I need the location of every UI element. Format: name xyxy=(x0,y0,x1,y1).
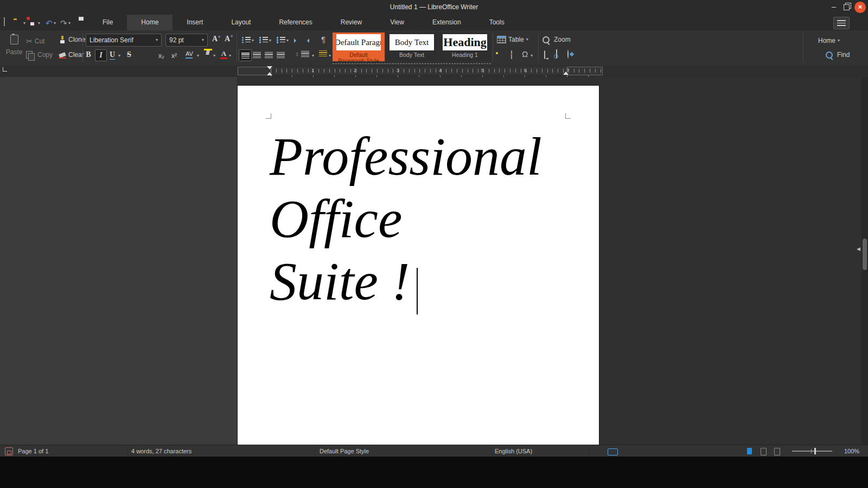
style-heading-1[interactable]: Heading Heading 1 xyxy=(439,33,491,61)
ruler-left-margin xyxy=(238,67,271,75)
book-view-icon[interactable] xyxy=(774,448,780,455)
minimize-button[interactable]: – xyxy=(829,2,839,12)
grow-font-button[interactable]: A▲ xyxy=(212,35,221,43)
bold-button[interactable]: B xyxy=(83,49,94,60)
document-text[interactable]: Professional Office Suite ! xyxy=(270,125,542,312)
font-size-combobox[interactable]: 92 pt ▾ xyxy=(165,34,208,47)
word-count[interactable]: 4 words, 27 characters xyxy=(131,448,192,454)
status-bar: Page 1 of 1 4 words, 27 characters Defau… xyxy=(0,445,868,457)
unsaved-changes-icon[interactable] xyxy=(5,447,13,455)
document-page[interactable]: Professional Office Suite ! xyxy=(237,85,599,445)
print-preview-icon[interactable] xyxy=(556,50,557,57)
close-button[interactable]: × xyxy=(854,2,866,13)
underline-dropdown-icon[interactable]: ▾ xyxy=(118,54,120,58)
highlight-dropdown-icon[interactable]: ▾ xyxy=(213,54,215,58)
copy-icon xyxy=(26,51,33,59)
zoom-slider-track[interactable] xyxy=(792,451,832,452)
paragraph-spacing-dropdown-icon[interactable]: ▾ xyxy=(329,54,331,58)
selection-mode-icon[interactable] xyxy=(608,448,618,455)
underline-button[interactable]: U xyxy=(107,49,118,60)
tab-references[interactable]: References xyxy=(265,15,326,30)
line-spacing-dropdown-icon[interactable]: ▾ xyxy=(312,54,314,58)
zoom-percentage[interactable]: 100% xyxy=(844,448,859,454)
line-spacing-button[interactable]: ↕ xyxy=(296,50,309,57)
tab-home[interactable]: Home xyxy=(127,15,173,30)
ruler-ticks xyxy=(271,69,602,73)
paste-label: Paste xyxy=(4,48,24,56)
undo-icon[interactable]: ↶ xyxy=(46,19,53,27)
document-line-2[interactable]: Office xyxy=(270,188,542,250)
italic-button[interactable]: I xyxy=(95,49,107,61)
numbered-list-dropdown-icon[interactable]: ▾ xyxy=(269,38,271,43)
font-color-button[interactable]: A xyxy=(220,50,227,59)
multi-page-view-icon[interactable] xyxy=(761,448,767,455)
insert-comment-icon[interactable] xyxy=(544,51,545,59)
outline-list-dropdown-icon[interactable]: ▾ xyxy=(286,38,289,43)
clone-formatting-button[interactable]: Clone xyxy=(59,36,85,43)
cut-button: ✂ Cut xyxy=(26,37,44,46)
paste-button[interactable]: Paste xyxy=(4,35,24,56)
page-count[interactable]: Page 1 of 1 xyxy=(18,448,48,454)
zoom-button[interactable]: Zoom xyxy=(542,36,571,43)
align-left-button[interactable] xyxy=(239,49,252,61)
align-center-button[interactable] xyxy=(251,49,263,60)
tab-insert[interactable]: Insert xyxy=(173,15,217,30)
insert-page-break-icon[interactable] xyxy=(511,51,512,59)
clone-brush-icon xyxy=(59,36,66,43)
subscript-button[interactable]: x₂ xyxy=(158,52,164,60)
ribbon-toolbar: Paste ✂ Cut Copy Clone Clear Liberation … xyxy=(0,30,868,66)
superscript-button[interactable]: x² xyxy=(171,52,177,60)
align-justify-button[interactable] xyxy=(275,49,286,60)
find-button[interactable]: Find xyxy=(826,51,850,59)
save-dropdown-icon[interactable]: ▾ xyxy=(38,21,40,25)
text-boundary-corner-left xyxy=(266,113,271,119)
shrink-arrow-icon: ▼ xyxy=(230,35,233,38)
font-name-combobox[interactable]: Liberation Serif ▾ xyxy=(86,34,162,47)
clear-formatting-button[interactable]: Clear xyxy=(59,51,84,59)
new-document-icon[interactable] xyxy=(4,18,5,25)
toolbar-layout-selector[interactable]: Home ▾ xyxy=(818,37,840,44)
menubar-hamburger-icon[interactable] xyxy=(833,17,850,29)
scrollbar-thumb[interactable] xyxy=(863,239,867,270)
shrink-font-button[interactable]: A▼ xyxy=(225,35,233,43)
sidebar-collapse-arrow-icon[interactable]: ◀ xyxy=(857,246,860,252)
page-style[interactable]: Default Page Style xyxy=(320,448,369,454)
window-title: Untitled 1 — LibreOffice Writer xyxy=(0,3,868,11)
insert-table-button[interactable]: Table ▾ xyxy=(497,36,528,43)
tab-extension[interactable]: Extension xyxy=(418,15,475,30)
font-color-dropdown-icon[interactable]: ▾ xyxy=(229,54,231,58)
open-dropdown-icon[interactable]: ▾ xyxy=(23,21,25,25)
document-line-3[interactable]: Suite ! xyxy=(270,250,542,312)
redo-icon[interactable]: ↷ xyxy=(60,19,67,27)
zoom-slider-thumb[interactable] xyxy=(814,448,816,454)
tab-view[interactable]: View xyxy=(376,15,418,30)
first-line-indent-marker[interactable] xyxy=(267,66,272,75)
align-right-button[interactable] xyxy=(263,49,275,60)
undo-dropdown-icon[interactable]: ▾ xyxy=(54,21,56,25)
formatting-marks-icon[interactable]: ¶ xyxy=(321,35,326,44)
character-spacing-button[interactable]: AV xyxy=(186,51,193,59)
horizontal-ruler[interactable]: 1 2 3 4 5 6 7 xyxy=(0,66,868,77)
tab-review[interactable]: Review xyxy=(327,15,376,30)
toolbar-layout-dropdown-icon: ▾ xyxy=(838,38,840,43)
strikethrough-button[interactable]: S xyxy=(124,49,135,60)
maximize-button[interactable] xyxy=(844,4,850,10)
tab-file[interactable]: File xyxy=(88,15,127,30)
navigator-icon[interactable] xyxy=(567,50,569,58)
single-page-view-icon[interactable] xyxy=(747,448,752,454)
special-character-icon[interactable]: Ω xyxy=(522,49,528,59)
tab-tools[interactable]: Tools xyxy=(475,15,519,30)
vertical-scrollbar[interactable] xyxy=(861,77,868,445)
tab-layout[interactable]: Layout xyxy=(217,15,265,30)
text-language[interactable]: English (USA) xyxy=(495,448,532,454)
bullet-list-dropdown-icon[interactable]: ▾ xyxy=(252,38,254,43)
special-character-dropdown-icon[interactable]: ▾ xyxy=(531,54,533,58)
style-body-text[interactable]: Body Text Body Text xyxy=(386,33,438,61)
right-indent-marker[interactable] xyxy=(563,69,569,75)
redo-dropdown-icon[interactable]: ▾ xyxy=(68,21,71,25)
style-default-paragraph[interactable]: Default Paragr Default Paragraph Style xyxy=(333,33,385,61)
document-line-1[interactable]: Professional xyxy=(270,125,542,188)
paragraph-spacing-button[interactable] xyxy=(319,50,327,56)
char-spacing-dropdown-icon[interactable]: ▾ xyxy=(197,54,199,58)
text-boundary-corner-right xyxy=(565,113,571,119)
